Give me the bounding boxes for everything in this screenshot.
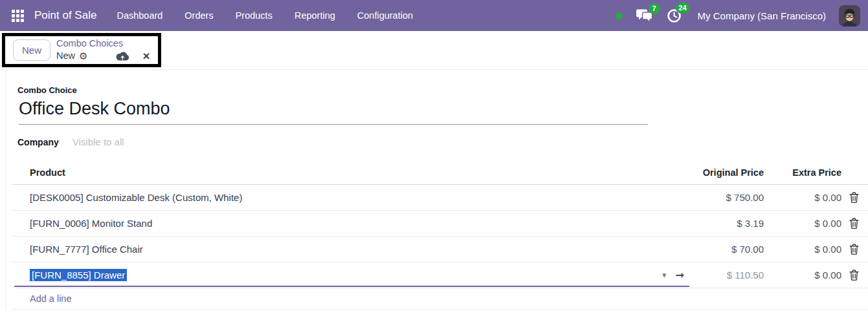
header-extra-price[interactable]: Extra Price — [764, 167, 841, 178]
messages-badge: 7 — [649, 3, 660, 14]
table-row-editing[interactable]: [FURN_8855] Drawer ▾ → $ 110.50 $ 0.00 — [12, 262, 868, 288]
new-record-button[interactable]: New — [13, 39, 50, 61]
delete-row-button[interactable] — [849, 244, 859, 255]
app-window: Point of Sale Dashboard Orders Products … — [0, 0, 868, 318]
main-menu: Dashboard Orders Products Reporting Conf… — [106, 0, 424, 31]
menu-configuration[interactable]: Configuration — [346, 0, 424, 31]
company-label: Company — [17, 137, 59, 147]
extra-price-cell[interactable]: $ 0.00 — [764, 192, 841, 203]
extra-price-cell[interactable]: $ 0.00 — [764, 218, 841, 229]
product-cell[interactable]: [DESK0005] Customizable Desk (Custom, Wh… — [12, 185, 689, 210]
breadcrumb-current: New — [56, 50, 75, 61]
apps-menu-icon[interactable] — [12, 10, 24, 22]
product-cell[interactable]: [FURN_0006] Monitor Stand — [12, 211, 689, 236]
product-cell[interactable]: [FURN_7777] Office Chair — [12, 237, 689, 262]
table-header-row: Product Original Price Extra Price — [12, 160, 868, 185]
product-cell-editing[interactable]: [FURN_8855] Drawer ▾ → — [12, 262, 689, 288]
combo-choice-label: Combo Choice — [17, 85, 868, 95]
breadcrumb-parent-link[interactable]: Combo Choices — [56, 38, 150, 49]
delete-row-button[interactable] — [849, 218, 859, 229]
menu-products[interactable]: Products — [225, 0, 284, 31]
company-field[interactable]: Visible to all — [72, 136, 124, 147]
table-footer: Add a line — [12, 288, 868, 310]
delete-row-button[interactable] — [849, 192, 859, 203]
add-a-line-link[interactable]: Add a line — [30, 293, 72, 304]
discard-changes-button[interactable]: × — [142, 50, 150, 62]
user-avatar[interactable] — [839, 5, 860, 26]
company-switcher[interactable]: My Company (San Francisco) — [698, 10, 826, 21]
internal-link-arrow-icon[interactable]: → — [676, 269, 684, 281]
messages-button[interactable]: 7 — [636, 8, 653, 23]
delete-row-button[interactable] — [849, 270, 859, 281]
table-row[interactable]: [DESK0005] Customizable Desk (Custom, Wh… — [12, 185, 868, 211]
product-input-selected-text[interactable]: [FURN_8855] Drawer — [30, 269, 127, 281]
gear-icon[interactable]: ⚙ — [79, 50, 87, 62]
menu-orders[interactable]: Orders — [173, 0, 224, 31]
cloud-upload-icon — [115, 51, 129, 61]
original-price-cell: $ 3.19 — [689, 218, 764, 229]
original-price-cell: $ 750.00 — [689, 192, 764, 203]
table-row[interactable]: [FURN_7777] Office Chair $ 70.00 $ 0.00 — [12, 237, 868, 262]
control-panel: New Combo Choices New ⚙ × — [0, 31, 868, 70]
extra-price-cell[interactable]: $ 0.00 — [764, 244, 841, 255]
activities-button[interactable]: 24 — [666, 8, 682, 24]
top-navbar: Point of Sale Dashboard Orders Products … — [0, 0, 868, 31]
breadcrumb: Combo Choices New ⚙ × — [56, 38, 150, 62]
activities-badge: 24 — [676, 3, 689, 14]
caret-down-icon[interactable]: ▾ — [662, 270, 667, 280]
original-price-cell: $ 70.00 — [689, 244, 764, 255]
original-price-cell: $ 110.50 — [689, 270, 764, 281]
table-row[interactable]: [FURN_0006] Monitor Stand $ 3.19 $ 0.00 — [12, 211, 868, 237]
combo-name-input[interactable]: Office Desk Combo — [19, 99, 648, 125]
header-product[interactable]: Product — [12, 160, 689, 184]
menu-dashboard[interactable]: Dashboard — [106, 0, 173, 31]
menu-reporting[interactable]: Reporting — [284, 0, 346, 31]
form-sheet: Combo Choice Office Desk Combo Company V… — [5, 70, 868, 310]
save-record-button[interactable] — [115, 51, 129, 61]
online-status-dot — [616, 12, 623, 19]
combo-lines-table: Product Original Price Extra Price [DESK… — [12, 160, 868, 310]
header-original-price[interactable]: Original Price — [689, 167, 764, 178]
app-title[interactable]: Point of Sale — [34, 9, 96, 22]
extra-price-cell[interactable]: $ 0.00 — [764, 270, 841, 281]
